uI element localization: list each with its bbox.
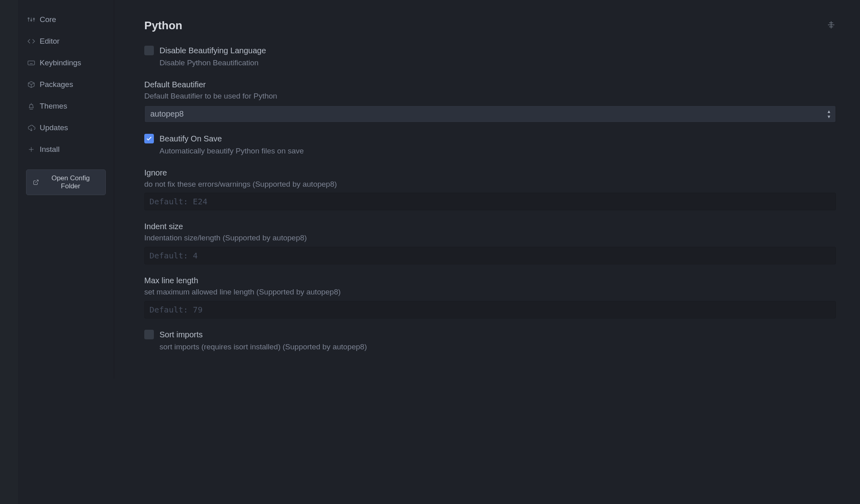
- keyboard-icon: [27, 58, 36, 67]
- svg-line-6: [35, 180, 38, 183]
- sort-imports-checkbox[interactable]: [144, 330, 154, 339]
- setting-desc: do not fix these errors/warnings (Suppor…: [144, 179, 836, 190]
- indent-size-input[interactable]: [144, 247, 836, 264]
- setting-desc: Automatically beautify Python files on s…: [159, 146, 304, 157]
- setting-desc: Default Beautifier to be used for Python: [144, 91, 836, 102]
- sidebar-item-themes[interactable]: Themes: [18, 95, 114, 117]
- setting-desc: set maximum allowed line length (Support…: [144, 287, 836, 298]
- external-link-icon: [33, 179, 39, 185]
- setting-label: Indent size: [144, 221, 836, 232]
- default-beautifier-select[interactable]: autopep8: [144, 105, 836, 123]
- plus-icon: [27, 145, 36, 154]
- setting-label: Max line length: [144, 275, 836, 286]
- sidebar-item-label: Packages: [40, 80, 73, 89]
- sidebar-item-editor[interactable]: Editor: [18, 30, 114, 52]
- sidebar-item-label: Editor: [40, 37, 60, 46]
- select-arrows-icon: ▲▼: [827, 109, 831, 119]
- sidebar-item-label: Themes: [40, 102, 67, 111]
- page-title: Python: [144, 19, 182, 32]
- sliders-icon: [27, 15, 36, 24]
- setting-sort-imports: Sort imports sort imports (requires isor…: [144, 329, 836, 353]
- beautify-on-save-checkbox[interactable]: [144, 134, 154, 143]
- sidebar-item-label: Updates: [40, 123, 68, 132]
- cloud-download-icon: [27, 123, 36, 132]
- sidebar-item-label: Install: [40, 145, 60, 154]
- setting-disable-beautify: Disable Beautifying Language Disable Pyt…: [144, 45, 836, 69]
- setting-default-beautifier: Default Beautifier Default Beautifier to…: [144, 79, 836, 123]
- setting-label: Disable Beautifying Language: [159, 45, 266, 56]
- package-icon: [27, 80, 36, 89]
- code-icon: [27, 37, 36, 46]
- sidebar-item-install[interactable]: Install: [18, 139, 114, 160]
- setting-max-line-length: Max line length set maximum allowed line…: [144, 275, 836, 319]
- disable-beautify-checkbox[interactable]: [144, 46, 154, 55]
- setting-label: Beautify On Save: [159, 133, 304, 144]
- svg-rect-3: [28, 61, 35, 65]
- sidebar-item-label: Keybindings: [40, 58, 81, 67]
- sidebar-item-core[interactable]: Core: [18, 9, 114, 30]
- ignore-input[interactable]: [144, 193, 836, 210]
- setting-label: Sort imports: [159, 329, 367, 340]
- section-header: Python: [144, 19, 836, 32]
- setting-indent-size: Indent size Indentation size/length (Sup…: [144, 221, 836, 264]
- sidebar-item-packages[interactable]: Packages: [18, 74, 114, 95]
- collapse-icon[interactable]: [826, 20, 836, 31]
- button-label: Open Config Folder: [42, 174, 99, 190]
- window-gutter: [0, 0, 18, 504]
- sidebar-item-label: Core: [40, 15, 56, 24]
- paintbucket-icon: [27, 102, 36, 111]
- max-line-length-input[interactable]: [144, 301, 836, 319]
- setting-desc: sort imports (requires isort installed) …: [159, 342, 367, 353]
- setting-beautify-on-save: Beautify On Save Automatically beautify …: [144, 133, 836, 157]
- setting-ignore: Ignore do not fix these errors/warnings …: [144, 167, 836, 211]
- open-config-folder-button[interactable]: Open Config Folder: [26, 169, 106, 195]
- setting-label: Ignore: [144, 167, 836, 178]
- setting-desc: Indentation size/length (Supported by au…: [144, 233, 836, 244]
- sidebar-item-keybindings[interactable]: Keybindings: [18, 52, 114, 74]
- setting-label: Default Beautifier: [144, 79, 836, 90]
- sidebar-item-updates[interactable]: Updates: [18, 117, 114, 139]
- settings-main-panel: Python Disable Beautifying Language Disa…: [114, 0, 860, 379]
- setting-desc: Disable Python Beautification: [159, 58, 266, 69]
- settings-sidebar: Core Editor Keybindings Packages: [18, 0, 114, 379]
